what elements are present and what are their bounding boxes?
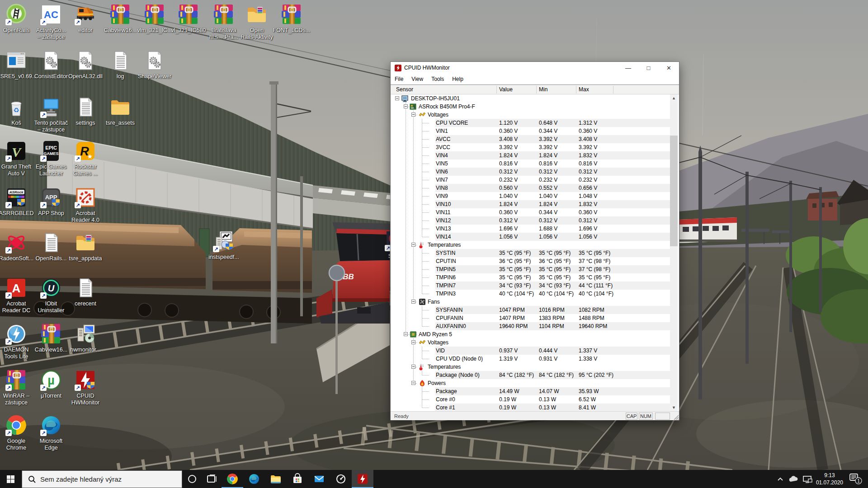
taskbar-app-microsoft-store[interactable] <box>287 470 308 488</box>
desktop-icon-tsre-assets[interactable]: tsre_assets <box>101 96 140 127</box>
sensor-row-core-0[interactable]: Core #00.19 W0.13 W6.52 W <box>391 395 670 404</box>
tree-node-voltages[interactable]: Voltages <box>391 111 670 119</box>
sensor-row-vin5[interactable]: VIN50.816 V0.816 V0.816 V <box>391 160 670 168</box>
desktop-icon-cabview-rar-2[interactable]: Cabview16... <box>32 323 71 353</box>
taskbar-app-chrome[interactable] <box>222 470 243 488</box>
sensor-row-vin8[interactable]: VIN80.560 V0.552 V0.656 V <box>391 184 670 192</box>
sensor-row-tmpin6[interactable]: TMPIN635 °C (95 °F)35 °C (95 °F)35 °C (9… <box>391 273 670 282</box>
taskbar-app-hwmonitor[interactable] <box>352 470 373 488</box>
desktop-icon-openrails-doc[interactable]: OpenRails... <box>32 232 71 262</box>
desktop-icon-asrrgbled[interactable]: ASRock ↗ASRRGBLED <box>0 187 36 217</box>
sensor-row-avcc[interactable]: AVCC3.408 V3.392 V3.408 V <box>391 135 670 143</box>
taskbar-app-gauge[interactable] <box>330 470 352 488</box>
expander-icon[interactable] <box>411 340 415 344</box>
tree-node-voltages[interactable]: Voltages <box>391 338 670 347</box>
tree-node-fans[interactable]: Fans <box>391 298 670 306</box>
column-divider[interactable] <box>496 86 497 94</box>
minimize-button[interactable]: — <box>618 62 638 74</box>
desktop-icon-iobit[interactable]: U↗IObit Uninstaller <box>32 277 71 314</box>
column-divider[interactable] <box>613 86 613 94</box>
search-box[interactable]: Sem zadejte hledaný výraz <box>22 470 182 488</box>
sensor-row-cpu-vcore[interactable]: CPU VCORE1.120 V0.648 V1.312 V <box>391 119 670 127</box>
desktop-icon-app-shop[interactable]: APP ↗APP Shop <box>32 187 71 217</box>
sensor-row-vin4[interactable]: VIN41.824 V1.824 V1.832 V <box>391 151 670 160</box>
scroll-down-arrow[interactable]: ▼ <box>670 404 678 412</box>
desktop-icon-rockstar[interactable]: R★↗Rockstar Games ... <box>66 140 105 177</box>
desktop-icon-tsre5[interactable]: TSRE5_v0.69... <box>0 50 36 80</box>
desktop-icon-vlm321[interactable]: vlm_321_IC... <box>135 4 174 34</box>
desktop-icon-epic-games[interactable]: EPICGAMES↗Epic Games Launcher <box>32 140 71 177</box>
notification-icon[interactable]: 1 <box>849 473 863 485</box>
sensor-row-3vcc[interactable]: 3VCC3.392 V3.392 V3.392 V <box>391 143 670 151</box>
sensor-row-vin1[interactable]: VIN10.360 V0.344 V0.360 V <box>391 127 670 135</box>
taskbar-app-file-explorer[interactable] <box>265 470 287 488</box>
desktop-icon-font-lcds[interactable]: FONT_LCDs... <box>272 4 311 34</box>
desktop-icon-openrails[interactable]: ↗OpenRails <box>0 4 36 34</box>
expander-icon[interactable] <box>411 300 415 304</box>
sensor-row-vin10[interactable]: VIN101.824 V1.824 V1.832 V <box>391 200 670 208</box>
scroll-up-arrow[interactable]: ▲ <box>670 94 678 102</box>
column-max[interactable]: Max <box>579 86 589 93</box>
tray-clock[interactable]: 9:13 01.07.2020 <box>816 472 843 486</box>
sensor-row-vin13[interactable]: VIN131.696 V1.688 V1.696 V <box>391 225 670 233</box>
network-display-icon[interactable] <box>803 475 813 483</box>
tree-node-desktop-ih5ju01[interactable]: DESKTOP-IH5JU01 <box>391 94 670 103</box>
sensor-row-vin9[interactable]: VIN91.040 V1.040 V1.048 V <box>391 192 670 200</box>
start-button[interactable] <box>0 470 22 488</box>
desktop-icon-this-pc[interactable]: ↗Tento počítač – zástupce <box>32 96 71 133</box>
taskbar-app-edge[interactable] <box>243 470 265 488</box>
menu-tools[interactable]: Tools <box>427 74 448 82</box>
sensor-row-cpu-vdd-node-0-[interactable]: CPU VDD (Node 0)1.319 V0.931 V1.338 V <box>391 355 670 363</box>
desktop-icon-shapeviewer[interactable]: ShapeViewer <box>135 50 174 80</box>
menu-file[interactable]: File <box>391 74 407 82</box>
scroll-thumb[interactable] <box>670 136 678 246</box>
desktop-icon-recycle-bin[interactable]: ♻Koš <box>0 96 36 127</box>
tree-node-amd-ryzen-5[interactable]: AMD Ryzen 5 <box>391 330 670 338</box>
sensor-row-package-node-0-[interactable]: Package (Node 0)84 °C (182 °F)84 °C (182… <box>391 371 670 379</box>
column-sensor[interactable]: Sensor <box>396 86 413 93</box>
expander-icon[interactable] <box>411 243 415 247</box>
desktop-icon-cpuid-hwmonitor[interactable]: ↗CPUID HWMonitor <box>66 369 105 406</box>
expander-icon[interactable] <box>395 96 399 100</box>
desktop-icon-winrar[interactable]: ↗WinRAR – zástupce <box>0 369 36 406</box>
sensor-row-package[interactable]: Package14.49 W14.07 W35.93 W <box>391 387 670 395</box>
desktop-icon-instspeedf[interactable]: ↗instspeedf... <box>204 230 243 261</box>
cortana-button[interactable] <box>182 470 202 488</box>
desktop-icon-cerecent[interactable]: cerecent <box>66 277 105 307</box>
sensor-row-vin6[interactable]: VIN60.312 V0.312 V0.312 V <box>391 168 670 176</box>
desktop-icon-gta-v[interactable]: V↗Grand Theft Auto V <box>0 140 36 177</box>
onedrive-icon[interactable] <box>788 476 799 483</box>
sensor-row-core-1[interactable]: Core #10.19 W0.13 W8.41 W <box>391 404 670 412</box>
desktop-icon-log[interactable]: log <box>101 50 140 80</box>
desktop-icon-openal32[interactable]: OpenAL32.dll <box>66 50 105 80</box>
sensor-row-tmpin7[interactable]: TMPIN734 °C (93 °F)34 °C (93 °F)44 °C (1… <box>391 282 670 290</box>
tray-chevron-icon[interactable] <box>777 476 784 483</box>
menu-view[interactable]: View <box>407 74 427 82</box>
desktop-icon-hwmonitor-setup[interactable]: hwmonitor... <box>66 323 105 353</box>
menu-help[interactable]: Help <box>448 74 467 82</box>
column-divider[interactable] <box>576 86 576 94</box>
desktop-icon-consisteditor[interactable]: ConsistEditor <box>32 50 71 80</box>
desktop-icon-daemon[interactable]: ↗DAEMON Tools Lite <box>0 323 36 360</box>
desktop-icon-tsre-appdata[interactable]: tsre_appdata <box>66 232 105 262</box>
desktop-icon-utorrent[interactable]: µ↗μTorrent <box>32 369 71 399</box>
sensor-row-systin[interactable]: SYSTIN35 °C (95 °F)35 °C (95 °F)35 °C (9… <box>391 249 670 257</box>
column-value[interactable]: Value <box>499 86 513 93</box>
column-divider[interactable] <box>536 86 537 94</box>
sensor-row-vid[interactable]: VID0.937 V0.444 V1.337 V <box>391 347 670 355</box>
expander-icon[interactable] <box>411 365 415 369</box>
resize-grip[interactable] <box>673 414 679 420</box>
desktop-icon-radeon[interactable]: ↗RadeonSoft... <box>0 232 36 262</box>
vertical-scrollbar[interactable]: ▲ ▼ <box>670 94 678 412</box>
desktop-icon-open-rails-aktivity[interactable]: Open Rails-Aktivity <box>237 4 276 41</box>
sensor-row-cpufanin[interactable]: CPUFANIN1407 RPM1383 RPM1488 RPM <box>391 314 670 322</box>
desktop-icon-editor[interactable]: ↗editor <box>66 4 105 34</box>
desktop-icon-microsoft-edge[interactable]: ↗Microsoft Edge <box>32 414 71 451</box>
maximize-button[interactable]: □ <box>638 62 659 74</box>
expander-icon[interactable] <box>411 381 415 385</box>
sensor-row-tmpin5[interactable]: TMPIN535 °C (95 °F)35 °C (95 °F)37 °C (9… <box>391 265 670 273</box>
tree-node-powers[interactable]: Powers <box>391 379 670 387</box>
tree-node-temperatures[interactable]: Temperatures <box>391 363 670 371</box>
close-button[interactable]: ✕ <box>659 62 679 74</box>
column-header[interactable]: SensorValueMinMax <box>391 85 679 94</box>
